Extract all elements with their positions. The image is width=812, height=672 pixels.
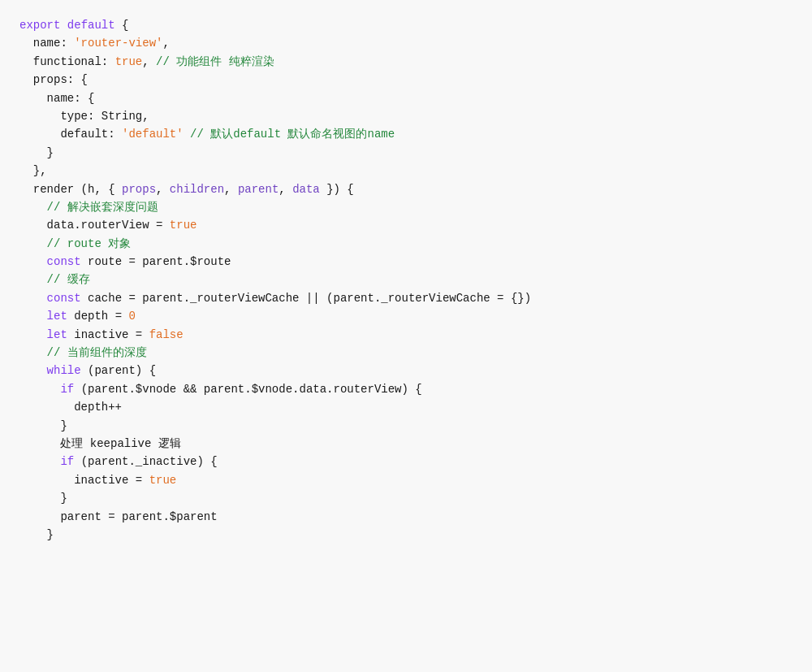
code-line: export default {: [19, 16, 793, 34]
code-line: inactive = true: [19, 471, 793, 489]
code-line: while (parent) {: [19, 362, 793, 379]
code-container: export default { name: 'router-view', fu…: [0, 0, 812, 672]
code-line: }: [19, 417, 793, 435]
code-line: let inactive = false: [19, 326, 793, 344]
code-line: parent = parent.$parent: [19, 508, 793, 526]
code-line: render (h, { props, children, parent, da…: [19, 180, 793, 198]
code-line: // 解决嵌套深度问题: [19, 198, 793, 216]
code-line: // 缓存: [19, 271, 793, 288]
code-line: type: String,: [19, 107, 793, 125]
code-line: props: {: [19, 71, 793, 89]
code-line: }: [19, 526, 793, 544]
code-line: default: 'default' // 默认default 默认命名视图的n…: [19, 125, 793, 143]
code-line: if (parent.$vnode && parent.$vnode.data.…: [19, 380, 793, 398]
code-line: name: 'router-view',: [19, 34, 793, 52]
code-line: data.routerView = true: [19, 216, 793, 234]
code-line: // 当前组件的深度: [19, 344, 793, 362]
code-line: [19, 544, 793, 561]
code-line: if (parent._inactive) {: [19, 453, 793, 470]
code-block: export default { name: 'router-view', fu…: [19, 16, 793, 562]
code-line: }: [19, 144, 793, 162]
code-line: let depth = 0: [19, 307, 793, 325]
code-line: },: [19, 162, 793, 180]
code-line: const cache = parent._routerViewCache ||…: [19, 289, 793, 307]
code-line: name: {: [19, 89, 793, 107]
code-line: depth++: [19, 398, 793, 416]
code-line: }: [19, 489, 793, 507]
code-line: functional: true, // 功能组件 纯粹渲染: [19, 53, 793, 71]
code-line: const route = parent.$route: [19, 253, 793, 271]
code-line: // route 对象: [19, 235, 793, 253]
code-line: 处理 keepalive 逻辑: [19, 435, 793, 453]
